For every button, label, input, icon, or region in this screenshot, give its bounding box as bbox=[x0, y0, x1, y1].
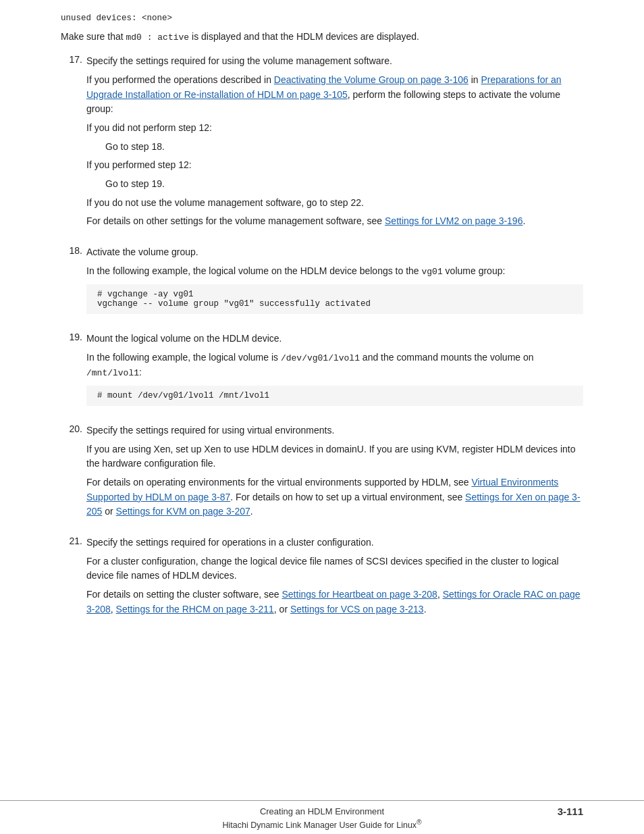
step-17-number: 17. bbox=[61, 54, 86, 65]
step-17-summary: Specify the settings required for using … bbox=[86, 54, 583, 69]
step-21-body2-mid2: , bbox=[111, 604, 116, 615]
step-19-summary: Mount the logical volume on the HDLM dev… bbox=[86, 332, 583, 346]
step-20-link3[interactable]: Settings for KVM on page 3-207 bbox=[116, 506, 250, 517]
footer-superscript: ® bbox=[417, 818, 421, 826]
step-20-body2: For details on operating environments fo… bbox=[86, 475, 583, 519]
footer-center-text: Creating an HDLM Environment bbox=[260, 806, 384, 816]
step-18-inline-code: vg01 bbox=[422, 267, 443, 277]
step-17-row: 17. Specify the settings required for us… bbox=[61, 54, 583, 233]
step-19-body-after: : bbox=[139, 367, 142, 377]
step-19-inline-code2: /mnt/lvol1 bbox=[86, 368, 139, 378]
step-20-body1: If you are using Xen, set up Xen to use … bbox=[86, 442, 583, 471]
step-17-content: Specify the settings required for using … bbox=[86, 54, 583, 233]
step-19-row: 19. Mount the logical volume on the HDLM… bbox=[61, 332, 583, 411]
page: unused devices: <none> Make sure that md… bbox=[0, 0, 644, 834]
step-20: 20. Specify the settings required for us… bbox=[61, 423, 583, 523]
step-20-row: 20. Specify the settings required for us… bbox=[61, 423, 583, 523]
step-21-body1: For a cluster configuration, change the … bbox=[86, 554, 583, 583]
step-21-row: 21. Specify the settings required for op… bbox=[61, 536, 583, 621]
step-17-extra2: For details on other settings for the vo… bbox=[86, 214, 583, 229]
step-21-body2-before: For details on setting the cluster softw… bbox=[86, 589, 281, 600]
step-21-link4[interactable]: Settings for VCS on page 3-213 bbox=[290, 604, 424, 615]
step-17-extra2-text: For details on other settings for the vo… bbox=[86, 215, 385, 226]
step-21-summary: Specify the settings required for operat… bbox=[86, 536, 583, 550]
step-18-number: 18. bbox=[61, 245, 86, 256]
step-21-body2: For details on setting the cluster softw… bbox=[86, 588, 583, 617]
step-17-sub1-condition: If you did not perform step 12: bbox=[86, 121, 583, 136]
step-17-extra1: If you do not use the volume management … bbox=[86, 196, 583, 211]
step-18: 18. Activate the volume group. In the fo… bbox=[61, 245, 583, 319]
step-17-sub1: If you did not perform step 12: Go to st… bbox=[86, 121, 583, 154]
footer: Creating an HDLM Environment 3-111 Hitac… bbox=[0, 800, 644, 834]
intro-text-2: is displayed and that the HDLM devices a… bbox=[189, 31, 419, 42]
step-17-settings-after: . bbox=[522, 215, 525, 226]
step-17-body-before: If you performed the operations describe… bbox=[86, 74, 274, 85]
step-20-body2-mid2: or bbox=[102, 506, 115, 517]
step-20-body2-after: . bbox=[250, 506, 253, 517]
footer-line2: Hitachi Dynamic Link Manager User Guide … bbox=[223, 818, 422, 830]
step-19: 19. Mount the logical volume on the HDLM… bbox=[61, 332, 583, 411]
intro-inline-code: md0 : active bbox=[126, 32, 190, 43]
intro-text-1: Make sure that bbox=[61, 31, 126, 42]
step-19-body: In the following example, the logical vo… bbox=[86, 350, 583, 380]
step-17-sub2: If you performed step 12: Go to step 19. bbox=[86, 158, 583, 191]
step-19-code-block: # mount /dev/vg01/lvol1 /mnt/lvol1 bbox=[86, 386, 583, 406]
step-17: 17. Specify the settings required for us… bbox=[61, 54, 583, 233]
step-21-link1[interactable]: Settings for Heartbeat on page 3-208 bbox=[281, 589, 437, 600]
unused-devices-code: unused devices: <none> bbox=[61, 14, 583, 23]
step-18-content: Activate the volume group. In the follow… bbox=[86, 245, 583, 319]
step-19-content: Mount the logical volume on the HDLM dev… bbox=[86, 332, 583, 411]
step-18-body: In the following example, the logical vo… bbox=[86, 264, 583, 279]
step-19-number: 19. bbox=[61, 332, 86, 342]
step-21-body2-after: . bbox=[424, 604, 427, 615]
step-18-code-block: # vgchange -ay vg01 vgchange -- volume g… bbox=[86, 284, 583, 314]
step-21-body2-mid1: , bbox=[437, 589, 443, 600]
step-17-body-mid: in bbox=[468, 74, 481, 85]
step-17-sub2-condition: If you performed step 12: bbox=[86, 158, 583, 173]
step-21: 21. Specify the settings required for op… bbox=[61, 536, 583, 621]
footer-page-number: 3-111 bbox=[558, 806, 583, 817]
step-18-row: 18. Activate the volume group. In the fo… bbox=[61, 245, 583, 319]
step-21-content: Specify the settings required for operat… bbox=[86, 536, 583, 621]
step-21-link3[interactable]: Settings for the RHCM on page 3-211 bbox=[116, 604, 274, 615]
step-17-sub1-action: Go to step 18. bbox=[105, 140, 583, 155]
footer-bottom-text: Hitachi Dynamic Link Manager User Guide … bbox=[223, 820, 417, 830]
step-18-body-text: In the following example, the logical vo… bbox=[86, 265, 422, 276]
step-19-body-mid: and the command mounts the volume on bbox=[360, 352, 534, 363]
step-20-number: 20. bbox=[61, 423, 86, 434]
step-19-body-text: In the following example, the logical vo… bbox=[86, 352, 281, 363]
content-area: unused devices: <none> Make sure that md… bbox=[0, 0, 644, 800]
step-17-sub2-action: Go to step 19. bbox=[105, 177, 583, 192]
step-21-body2-mid3: , or bbox=[274, 604, 290, 615]
step-20-body2-before: For details on operating environments fo… bbox=[86, 477, 471, 488]
step-20-body2-mid: . For details on how to set up a virtual… bbox=[230, 492, 465, 502]
step-19-inline-code1: /dev/vg01/lvol1 bbox=[281, 353, 360, 363]
step-17-link1[interactable]: Deactivating the Volume Group on page 3-… bbox=[274, 74, 468, 85]
step-17-body: If you performed the operations describe… bbox=[86, 73, 583, 117]
step-20-summary: Specify the settings required for using … bbox=[86, 423, 583, 438]
step-20-content: Specify the settings required for using … bbox=[86, 423, 583, 523]
step-18-summary: Activate the volume group. bbox=[86, 245, 583, 260]
footer-line1: Creating an HDLM Environment 3-111 bbox=[61, 806, 583, 816]
step-18-body-after: volume group: bbox=[443, 265, 506, 276]
step-21-number: 21. bbox=[61, 536, 86, 546]
step-17-settings-link[interactable]: Settings for LVM2 on page 3-196 bbox=[385, 215, 522, 226]
intro-paragraph: Make sure that md0 : active is displayed… bbox=[61, 30, 583, 45]
